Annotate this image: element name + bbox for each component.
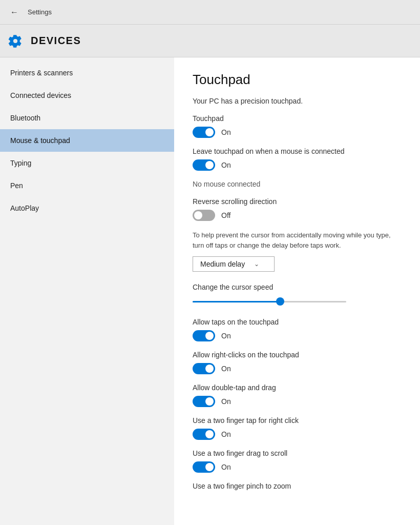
content-panel: Touchpad Your PC has a precision touchpa… [174, 57, 420, 525]
sidebar-item-mouse[interactable]: Mouse & touchpad [0, 129, 174, 152]
two-finger-drag-label: Use a two finger drag to scroll [193, 449, 402, 457]
double-tap-toggle-label: On [221, 397, 231, 406]
reverse-scroll-toggle-row: Off [193, 210, 402, 221]
back-button[interactable]: ← [7, 5, 22, 19]
no-mouse-text: No mouse connected [193, 180, 402, 188]
touchpad-toggle-label: On [221, 128, 231, 136]
right-clicks-toggle-knob [205, 365, 214, 373]
allow-taps-label: Allow taps on the touchpad [193, 318, 402, 326]
double-tap-toggle-knob [205, 397, 214, 406]
double-tap-toggle[interactable] [193, 396, 215, 407]
header-bar: ← Settings [0, 0, 420, 25]
chevron-down-icon: ⌄ [254, 260, 259, 268]
sidebar-item-connected[interactable]: Connected devices [0, 84, 174, 107]
two-finger-tap-toggle-label: On [221, 430, 231, 438]
cursor-speed-slider[interactable] [193, 296, 346, 307]
two-finger-drag-toggle[interactable] [193, 461, 215, 473]
sidebar: Printers & scanners Connected devices Bl… [0, 57, 174, 525]
two-finger-pinch-label: Use a two finger pinch to zoom [193, 482, 402, 492]
two-finger-drag-toggle-row: On [193, 461, 402, 473]
touchpad-toggle-row: On [193, 127, 402, 138]
header-settings-label: Settings [28, 8, 52, 16]
two-finger-tap-toggle[interactable] [193, 429, 215, 440]
title-bar: DEVICES [0, 25, 420, 57]
leave-touchpad-toggle-label: On [221, 161, 231, 169]
allow-taps-toggle-label: On [221, 332, 231, 340]
sidebar-item-pen[interactable]: Pen [0, 174, 174, 197]
cursor-speed-section: Change the cursor speed [193, 283, 402, 307]
slider-thumb[interactable] [276, 297, 284, 306]
right-clicks-label: Allow right-clicks on the touchpad [193, 351, 402, 359]
main-layout: Printers & scanners Connected devices Bl… [0, 57, 420, 525]
sidebar-item-printers[interactable]: Printers & scanners [0, 62, 174, 84]
delay-dropdown-value: Medium delay [200, 260, 245, 268]
leave-touchpad-label: Leave touchpad on when a mouse is connec… [193, 147, 402, 155]
double-tap-toggle-row: On [193, 396, 402, 407]
touchpad-toggle[interactable] [193, 127, 215, 138]
delay-dropdown[interactable]: Medium delay ⌄ [193, 256, 275, 272]
two-finger-tap-toggle-knob [205, 430, 214, 438]
slider-fill [193, 301, 280, 302]
allow-taps-toggle-row: On [193, 330, 402, 341]
right-clicks-toggle-row: On [193, 363, 402, 374]
right-clicks-toggle[interactable] [193, 363, 215, 374]
two-finger-drag-toggle-knob [205, 463, 214, 471]
two-finger-tap-label: Use a two finger tap for right click [193, 416, 402, 425]
reverse-scroll-toggle-label: Off [221, 211, 230, 219]
touchpad-label: Touchpad [193, 114, 402, 123]
page-title: DEVICES [31, 35, 81, 47]
precision-desc: Your PC has a precision touchpad. [193, 97, 402, 105]
reverse-scroll-toggle[interactable] [193, 210, 215, 221]
reverse-scroll-label: Reverse scrolling direction [193, 197, 402, 206]
touchpad-toggle-knob [205, 128, 214, 136]
double-tap-label: Allow double-tap and drag [193, 383, 402, 392]
leave-touchpad-toggle[interactable] [193, 159, 215, 171]
reverse-scroll-toggle-knob [194, 211, 202, 219]
two-finger-drag-toggle-label: On [221, 463, 231, 471]
two-finger-tap-toggle-row: On [193, 429, 402, 440]
allow-taps-toggle-knob [205, 332, 214, 340]
right-clicks-toggle-label: On [221, 365, 231, 373]
hint-text: To help prevent the cursor from accident… [193, 230, 402, 250]
sidebar-item-autoplay[interactable]: AutoPlay [0, 197, 174, 219]
leave-touchpad-toggle-knob [205, 161, 214, 169]
content-title: Touchpad [193, 72, 402, 88]
sidebar-item-bluetooth[interactable]: Bluetooth [0, 107, 174, 129]
leave-touchpad-toggle-row: On [193, 159, 402, 171]
sidebar-item-typing[interactable]: Typing [0, 152, 174, 174]
allow-taps-toggle[interactable] [193, 330, 215, 341]
cursor-speed-label: Change the cursor speed [193, 283, 402, 291]
gear-icon [7, 33, 24, 49]
